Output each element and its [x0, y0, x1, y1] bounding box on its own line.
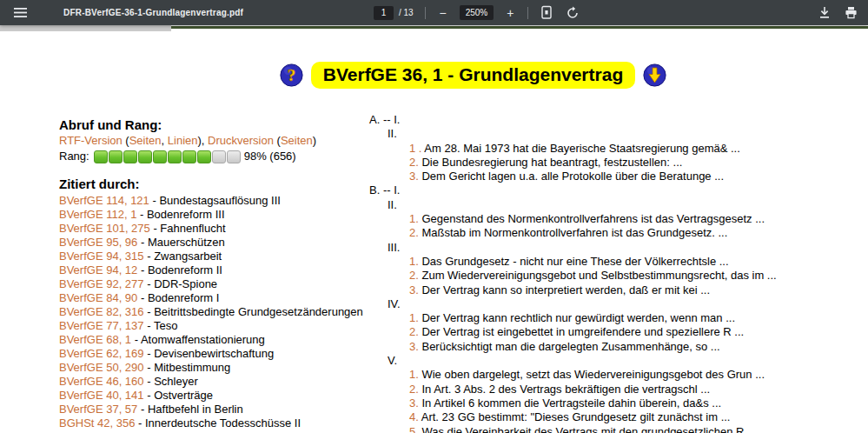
- outline-item-number[interactable]: 2.: [409, 325, 419, 338]
- citation-row: BGHSt 42, 356 - Innerdeutsche Todesschüs…: [59, 416, 365, 430]
- citation-link[interactable]: BVerfGE 92, 277: [59, 277, 144, 290]
- version-line-text: (: [123, 134, 129, 147]
- citation-title: - Innerdeutsche Todesschüsse II: [135, 416, 301, 430]
- print-button[interactable]: [845, 6, 858, 19]
- citation-link[interactable]: BVerfGE 112, 1: [59, 208, 136, 221]
- outline-item-text: Der Vertrag ist eingebettet in umgreifen…: [419, 325, 744, 338]
- outline-item-number[interactable]: 2.: [409, 383, 419, 396]
- page-green-rule: [171, 26, 868, 29]
- outline-heading: V.: [388, 354, 868, 368]
- outline-item-number[interactable]: 3.: [409, 170, 419, 183]
- outline-item-number[interactable]: 4.: [409, 410, 419, 423]
- outline-item-number[interactable]: 1 .: [409, 142, 421, 155]
- outline-item-number[interactable]: 3.: [409, 340, 419, 353]
- outline-item: 3. In Artikel 6 kommen die Vertragsteile…: [409, 396, 868, 410]
- help-link[interactable]: ?: [280, 63, 303, 87]
- outline-item-number[interactable]: 5.: [409, 425, 419, 433]
- toolbar-divider: [527, 7, 528, 19]
- print-icon: [845, 6, 858, 19]
- fit-to-page-button[interactable]: [540, 5, 553, 20]
- outline-item: 2. Zum Wiedervereinigungsgebot und Selbs…: [409, 269, 868, 283]
- outline-item-number[interactable]: 2.: [409, 156, 419, 169]
- outline-item-number[interactable]: 1.: [409, 368, 419, 381]
- abruf-heading: Abruf und Rang:: [59, 117, 365, 133]
- outline-item-number[interactable]: 2.: [409, 226, 419, 239]
- zoom-in-button[interactable]: +: [504, 6, 516, 20]
- outline-item: 1. Wie oben dargelegt, setzt das Wiederv…: [409, 368, 868, 382]
- citation-row: BVerfGE 112, 1 - Bodenreform III: [59, 208, 365, 222]
- citation-link[interactable]: BVerfGE 94, 315: [59, 250, 144, 263]
- citation-link[interactable]: BVerfGE 77, 137: [59, 319, 144, 332]
- download-button[interactable]: [818, 6, 831, 19]
- page-edge-gray-strip: [0, 25, 171, 31]
- citation-link[interactable]: BGHSt 42, 356: [59, 416, 135, 430]
- outline-heading: B. -- I.: [369, 183, 868, 197]
- citation-link[interactable]: BVerfGE 40, 141: [59, 389, 144, 402]
- citation-title: - Devisenbewirtschaftung: [144, 347, 275, 360]
- outline-item-text: Art. 23 GG bestimmt: "Dieses Grundgesetz…: [419, 410, 731, 423]
- citation-link[interactable]: BVerfGE 101, 275: [59, 222, 150, 235]
- citation-link[interactable]: BVerfGE 84, 90: [59, 291, 137, 304]
- citation-title: - Atomwaffenstationierung: [131, 333, 265, 346]
- zoom-out-button[interactable]: −: [437, 6, 449, 20]
- outline-item-text: Die Bundesregierung hat beantragt, festz…: [419, 156, 683, 169]
- outline-heading: IV.: [388, 297, 868, 311]
- outline-heading: II.: [388, 198, 868, 212]
- rank-segment: [94, 150, 108, 163]
- page-number-input[interactable]: [374, 6, 394, 20]
- outline-item: 2. Maßstab im Normenkontrollverfahren is…: [409, 226, 868, 240]
- citation-row: BVerfGE 94, 315 - Zwangsarbeit: [59, 250, 365, 263]
- rank-segment: [123, 150, 137, 163]
- outline-heading: A. -- I.: [369, 113, 868, 127]
- citation-title: - Haftbefehl in Berlin: [137, 403, 242, 416]
- version-link[interactable]: RTF-Version: [59, 134, 123, 147]
- version-link[interactable]: Seiten: [129, 134, 162, 147]
- citation-link[interactable]: BVerfGE 114, 121: [59, 194, 149, 207]
- outline-item-text: In Art. 3 Abs. 2 des Vertrags bekräftige…: [419, 383, 710, 396]
- outline-item-number[interactable]: 3.: [409, 396, 419, 410]
- citation-row: BVerfGE 62, 169 - Devisenbewirtschaftung: [59, 347, 365, 361]
- citation-link[interactable]: BVerfGE 68, 1: [59, 333, 131, 346]
- version-line-text: ): [313, 134, 316, 147]
- jump-down-link[interactable]: [643, 63, 666, 87]
- version-line-text: (: [274, 134, 281, 147]
- document-header: ? BVerfGE 36, 1 - Grundlagenvertrag: [39, 62, 868, 89]
- outline-item-number[interactable]: 1.: [409, 311, 419, 324]
- rotate-button[interactable]: [566, 6, 580, 20]
- outline-item-number[interactable]: 3.: [409, 283, 419, 296]
- version-link[interactable]: Druckversion: [208, 134, 274, 147]
- citation-link[interactable]: BVerfGE 46, 160: [59, 375, 144, 388]
- rank-value: 98% (656): [244, 149, 296, 164]
- outline-item-number[interactable]: 1.: [409, 255, 419, 268]
- download-icon: [818, 6, 831, 19]
- outline-item-text: Der Vertrag kann rechtlich nur gewürdigt…: [419, 311, 735, 324]
- outline-heading: II.: [388, 127, 868, 141]
- version-link[interactable]: Seiten: [281, 134, 313, 147]
- zitiert-heading: Zitiert durch:: [59, 176, 365, 192]
- hamburger-icon: [14, 8, 27, 17]
- question-mark-icon: ?: [280, 63, 303, 87]
- citation-link[interactable]: BVerfGE 82, 316: [59, 305, 144, 318]
- outline-item: 2. In Art. 3 Abs. 2 des Vertrags bekräft…: [409, 383, 868, 396]
- outline-item: 4. Art. 23 GG bestimmt: "Dieses Grundges…: [409, 410, 868, 424]
- citation-row: BVerfGE 68, 1 - Atomwaffenstationierung: [59, 333, 365, 347]
- menu-button[interactable]: [14, 8, 27, 17]
- outline-item-number[interactable]: 2.: [409, 269, 419, 282]
- toolbar-divider: [425, 7, 426, 19]
- citation-link[interactable]: BVerfGE 50, 290: [59, 361, 144, 374]
- citation-title: - Schleyer: [144, 375, 198, 388]
- citation-row: BVerfGE 95, 96 - Mauerschützen: [59, 236, 365, 250]
- outline-item-number[interactable]: 1.: [409, 212, 419, 225]
- rank-row: Rang: 98% (656): [59, 149, 365, 164]
- rank-bar: [94, 150, 241, 163]
- citation-row: BVerfGE 37, 57 - Haftbefehl in Berlin: [59, 403, 365, 416]
- citation-link[interactable]: BVerfGE 62, 169: [59, 347, 144, 360]
- citation-link[interactable]: BVerfGE 37, 57: [59, 403, 137, 416]
- outline-item-text: Am 28. Mai 1973 hat die Bayerische Staat…: [421, 142, 739, 155]
- rank-label: Rang:: [59, 149, 89, 164]
- outline-item-text: Was die Vereinbarkeit des Vertrags mit d…: [419, 425, 757, 433]
- outline-item-text: Dem Gericht lagen u.a. alle Protokolle ü…: [419, 170, 724, 183]
- citation-link[interactable]: BVerfGE 95, 96: [59, 236, 137, 249]
- citation-link[interactable]: BVerfGE 94, 12: [59, 263, 137, 276]
- version-link[interactable]: Linien: [168, 134, 198, 147]
